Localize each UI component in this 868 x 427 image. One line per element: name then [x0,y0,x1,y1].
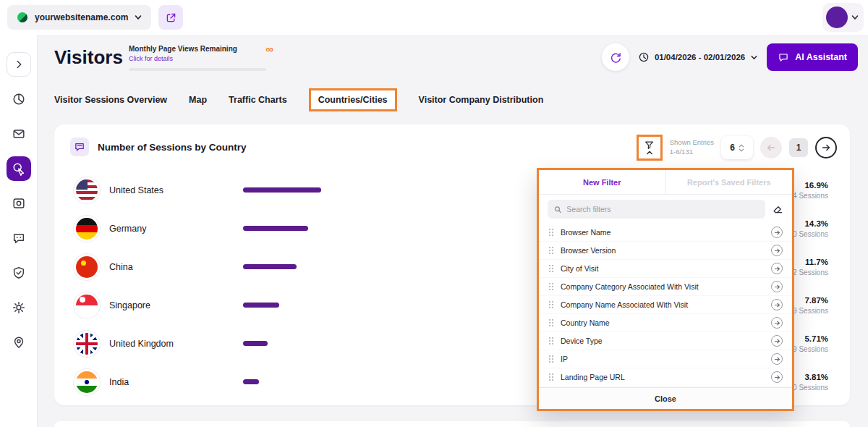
apply-filter-arrow-icon[interactable] [771,353,783,365]
session-recording-icon [12,196,26,211]
apply-filter-arrow-icon[interactable] [771,227,783,238]
report-tabs: Visitor Sessions Overview Map Traffic Ch… [54,85,543,114]
sidebar-toggle-button[interactable] [7,52,31,77]
shown-entries-label: Shown Entries [670,138,714,148]
next-card-edge [54,421,850,427]
filter-option-company-name[interactable]: Company Name Associated With Visit [539,296,792,314]
filter-option-ip[interactable]: IP [539,350,792,368]
row-stats: 5.71% 59 Sessions [789,334,828,353]
shown-entries: Shown Entries 1-6/131 [670,138,714,157]
country-name: Singapore [109,300,243,310]
sessions-count: 50 Sessions [789,230,828,238]
country-name: United Kingdom [109,339,243,349]
drag-handle-icon[interactable] [548,318,554,327]
drag-handle-icon[interactable] [548,373,554,381]
filter-search-input[interactable] [566,205,759,214]
apply-filter-arrow-icon[interactable] [771,371,783,383]
prev-page-button[interactable] [760,137,782,158]
apply-filter-arrow-icon[interactable] [771,317,783,329]
flag-united-kingdom-icon [76,333,98,355]
sessions-bar [243,303,279,308]
chevron-right-icon [12,58,25,71]
close-button[interactable]: Close [539,387,792,409]
sidebar-item-settings[interactable] [7,295,31,320]
apply-filter-arrow-icon[interactable] [771,299,783,310]
sessions-count: 59 Sessions [789,345,828,353]
filter-tab-new[interactable]: New Filter [539,170,666,194]
filter-option-landing-page-url[interactable]: Landing Page URL [539,368,792,386]
chevron-down-icon [134,13,142,22]
filter-option-device-type[interactable]: Device Type [539,332,792,350]
filter-option-browser-name[interactable]: Browser Name [539,224,792,242]
sidebar-item-recordings[interactable] [7,191,31,216]
refresh-button[interactable] [602,43,629,71]
sidebar-item-support[interactable] [7,330,31,355]
filter-option-browser-version[interactable]: Browser Version [539,242,792,260]
drag-handle-icon[interactable] [548,264,554,273]
sessions-count: 54 Sessions [789,192,828,200]
clear-filters-button[interactable] [773,204,783,215]
filter-button[interactable] [637,135,663,161]
eraser-icon [773,204,783,215]
flag-germany-icon [76,218,98,240]
drag-handle-icon[interactable] [548,355,554,363]
website-favicon-icon [16,11,29,24]
drag-handle-icon[interactable] [548,228,554,237]
date-range-picker[interactable]: 01/04/2026 - 02/01/2026 [638,51,758,63]
sidebar-item-privacy[interactable] [7,261,31,285]
website-selector[interactable]: yourwebsitename.com [7,5,151,30]
next-page-button[interactable] [815,137,837,158]
chevron-up-down-icon [739,144,744,152]
apply-filter-arrow-icon[interactable] [771,335,783,347]
sessions-count: 40 Sessions [789,384,828,392]
apply-filter-arrow-icon[interactable] [771,245,783,256]
country-name: Germany [109,224,243,234]
page-views-details-link[interactable]: Click for details [129,55,271,62]
page-title: Visitors [54,46,123,69]
ai-assistant-button[interactable]: AI Assistant [767,43,858,71]
apply-filter-arrow-icon[interactable] [771,263,783,274]
country-name: United States [109,185,243,195]
tab-visitor-sessions-overview[interactable]: Visitor Sessions Overview [54,95,167,105]
mail-icon [12,127,26,141]
sessions-bar [243,226,308,231]
tab-traffic-charts[interactable]: Traffic Charts [229,95,287,105]
flag-china-icon [76,256,98,278]
sessions-percent: 3.81% [789,373,828,381]
filter-search[interactable] [548,200,765,219]
chat-bubble-icon [12,231,26,245]
drag-handle-icon[interactable] [548,282,554,291]
tab-map[interactable]: Map [189,95,207,105]
page-size-value: 6 [730,143,735,153]
drag-handle-icon[interactable] [548,300,554,309]
topbar: yourwebsitename.com [0,0,868,35]
flag-united-states-icon [76,179,98,201]
sessions-count: 52 Sessions [789,269,828,276]
sessions-bar [243,341,268,346]
chevron-down-icon [750,54,758,62]
page-views-progress-bar [129,68,266,71]
page-views-remaining: Monthly Page Views Remaining Click for d… [129,45,271,71]
drag-handle-icon[interactable] [548,337,554,345]
filter-option-city-of-visit[interactable]: City of Visit [539,260,792,278]
open-website-button[interactable] [158,5,183,30]
sidebar-item-dashboard[interactable] [7,87,31,111]
sidebar-item-feedback[interactable] [7,226,31,250]
filter-option-country-name[interactable]: Country Name [539,314,792,332]
tab-countries-cities[interactable]: Countries/Cities [309,88,397,111]
shown-entries-value: 1-6/131 [670,148,714,157]
page-size-select[interactable]: 6 [721,136,753,159]
gear-icon [12,300,26,315]
sidebar-item-visitors[interactable] [7,156,31,181]
account-menu[interactable] [822,3,864,32]
filter-option-company-category[interactable]: Company Category Associated With Visit [539,278,792,296]
filter-tab-saved[interactable]: Report's Saved Filters [666,170,793,194]
click-pointer-icon [12,161,26,176]
sessions-percent: 16.9% [789,181,828,190]
drag-handle-icon[interactable] [548,246,554,255]
page-views-label: Monthly Page Views Remaining [129,45,271,53]
tab-visitor-company-distribution[interactable]: Visitor Company Distribution [419,95,544,105]
sidebar-item-inbox[interactable] [7,122,31,146]
chat-icon [778,51,789,63]
apply-filter-arrow-icon[interactable] [771,281,783,292]
